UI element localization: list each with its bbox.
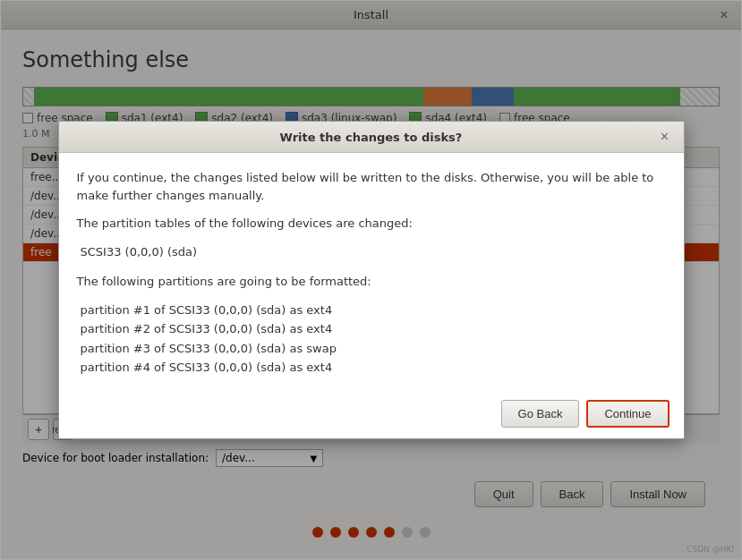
modal-partition-1: partition #1 of SCSI33 (0,0,0) (sda) as …	[81, 301, 666, 319]
modal-section1-device: SCSI33 (0,0,0) (sda)	[81, 243, 666, 261]
modal-overlay: Write the changes to disks? × If you con…	[1, 1, 741, 559]
continue-button[interactable]: Continue	[586, 400, 669, 428]
modal-intro-text: If you continue, the changes listed belo…	[77, 169, 666, 204]
modal-partition-2: partition #2 of SCSI33 (0,0,0) (sda) as …	[81, 320, 666, 338]
modal-section1-title: The partition tables of the following de…	[77, 215, 666, 233]
go-back-button[interactable]: Go Back	[501, 400, 580, 428]
modal-partition-3: partition #3 of SCSI33 (0,0,0) (sda) as …	[81, 340, 666, 358]
modal-partition-4: partition #4 of SCSI33 (0,0,0) (sda) as …	[81, 359, 666, 377]
modal-close-button[interactable]: ×	[657, 129, 673, 145]
main-window: Install × Something else free space	[0, 0, 742, 560]
modal-footer: Go Back Continue	[59, 389, 684, 438]
modal-body: If you continue, the changes listed belo…	[59, 153, 684, 389]
modal-dialog: Write the changes to disks? × If you con…	[58, 121, 685, 439]
modal-section2-title: The following partitions are going to be…	[77, 273, 666, 291]
modal-title-bar: Write the changes to disks? ×	[59, 122, 684, 153]
modal-title: Write the changes to disks?	[86, 131, 657, 144]
